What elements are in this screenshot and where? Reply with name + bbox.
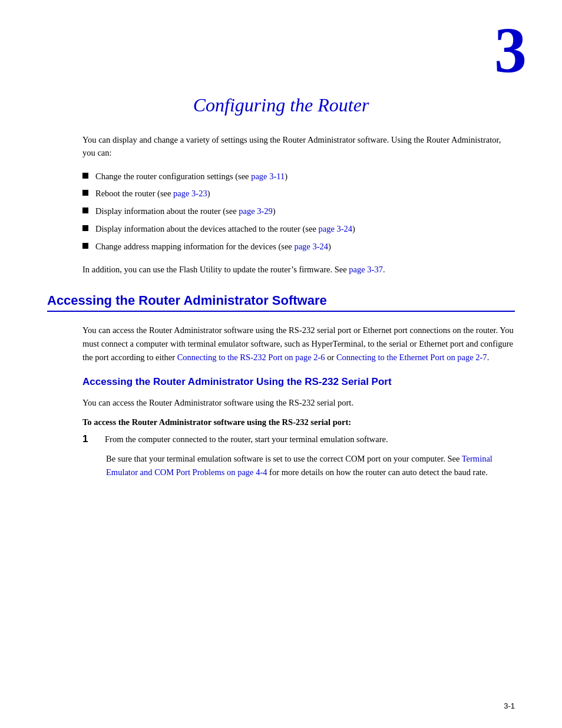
content-area: Configuring the Router You can display a… — [0, 0, 562, 523]
list-item-text: Change address mapping information for t… — [95, 241, 331, 253]
list-item-text: Reboot the router (see page 3-23) — [95, 187, 210, 200]
link-page-3-24b[interactable]: page 3-24 — [294, 242, 328, 251]
list-item: Reboot the router (see page 3-23) — [82, 187, 515, 200]
step-1-text: From the computer connected to the route… — [105, 433, 515, 446]
list-item: Display information about the devices at… — [82, 223, 515, 236]
flash-note: In addition, you can use the Flash Utili… — [82, 263, 515, 276]
link-ethernet-port[interactable]: Connecting to the Ethernet Port on page … — [336, 353, 487, 362]
intro-paragraph: You can display and change a variety of … — [82, 134, 515, 160]
page: 3 Configuring the Router You can display… — [0, 0, 562, 728]
link-page-3-11[interactable]: page 3-11 — [251, 172, 285, 181]
step-1-note: Be sure that your terminal emulation sof… — [106, 452, 515, 479]
list-item-text: Display information about the devices at… — [95, 223, 355, 236]
list-item: Change the router configuration settings… — [82, 170, 515, 183]
list-item-text: Change the router configuration settings… — [95, 170, 287, 183]
link-rs232-port[interactable]: Connecting to the RS-232 Port on page 2-… — [177, 353, 325, 362]
step-1: 1 From the computer connected to the rou… — [82, 433, 515, 446]
link-page-3-23[interactable]: page 3-23 — [173, 189, 207, 198]
page-number: 3-1 — [504, 701, 515, 710]
chapter-number: 3 — [494, 18, 527, 83]
list-item: Change address mapping information for t… — [82, 241, 515, 253]
bullet-icon — [82, 190, 88, 196]
link-page-3-37[interactable]: page 3-37 — [349, 265, 383, 274]
list-item-text: Display information about the router (se… — [95, 205, 276, 218]
subsection1-body: You can access the Router Administrator … — [82, 397, 515, 410]
step-label: To access the Router Administrator softw… — [82, 417, 515, 427]
bullet-icon — [82, 243, 88, 249]
link-page-3-29[interactable]: page 3-29 — [239, 206, 273, 216]
chapter-title: Configuring the Router — [47, 94, 515, 116]
list-item: Display information about the router (se… — [82, 205, 515, 218]
section1-heading: Accessing the Router Administrator Softw… — [47, 293, 515, 312]
link-page-3-24a[interactable]: page 3-24 — [318, 224, 352, 233]
step-number-1: 1 — [82, 433, 100, 445]
bullet-icon — [82, 173, 88, 179]
subsection1-heading: Accessing the Router Administrator Using… — [82, 375, 515, 388]
bullet-list: Change the router configuration settings… — [82, 170, 515, 253]
bullet-icon — [82, 207, 88, 213]
section1-text: You can access the Router Administrator … — [82, 324, 515, 365]
bullet-icon — [82, 225, 88, 231]
